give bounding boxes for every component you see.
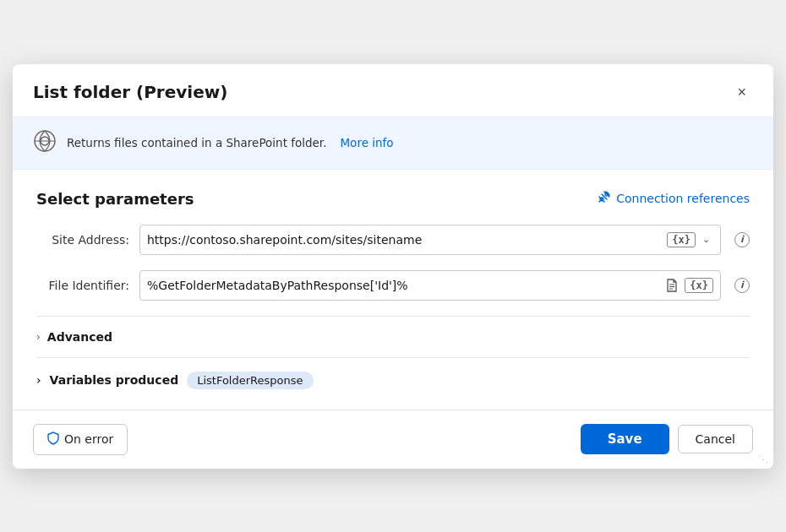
advanced-section[interactable]: › Advanced bbox=[36, 323, 750, 350]
advanced-label: Advanced bbox=[47, 330, 112, 344]
file-identifier-row: File Identifier: {x} i bbox=[36, 270, 750, 301]
chevron-right-icon-advanced: › bbox=[36, 331, 41, 343]
on-error-label: On error bbox=[64, 432, 113, 446]
file-identifier-label: File Identifier: bbox=[36, 279, 129, 292]
footer-left: On error bbox=[33, 424, 128, 455]
shield-icon bbox=[47, 432, 59, 448]
section-title: Select parameters bbox=[36, 190, 194, 208]
var-tag-file: {x} bbox=[685, 278, 713, 293]
chevron-down-button-site[interactable]: ⌄ bbox=[699, 232, 713, 247]
resize-handle[interactable]: ⋱ bbox=[758, 453, 768, 465]
cancel-button[interactable]: Cancel bbox=[678, 425, 753, 453]
info-button-site[interactable]: i bbox=[734, 232, 750, 247]
dialog-body: Select parameters Connection references … bbox=[13, 170, 773, 410]
close-button[interactable]: × bbox=[730, 81, 753, 103]
connection-references-button[interactable]: Connection references bbox=[598, 190, 750, 207]
divider-2 bbox=[36, 357, 750, 358]
on-error-button[interactable]: On error bbox=[33, 424, 128, 455]
variables-produced-label: Variables produced bbox=[50, 373, 179, 387]
dialog-title: List folder (Preview) bbox=[33, 82, 227, 102]
chevron-down-icon: ⌄ bbox=[702, 234, 710, 245]
document-icon-button[interactable] bbox=[663, 277, 681, 294]
list-folder-dialog: List folder (Preview) × Returns files co… bbox=[13, 64, 773, 469]
file-identifier-icons: {x} bbox=[663, 277, 713, 294]
divider-1 bbox=[36, 316, 750, 317]
plug-icon bbox=[598, 190, 611, 207]
dialog-header: List folder (Preview) × bbox=[13, 64, 773, 117]
dialog-footer: On error Save Cancel bbox=[13, 410, 773, 469]
info-banner: Returns files contained in a SharePoint … bbox=[13, 117, 773, 170]
info-button-file[interactable]: i bbox=[734, 278, 750, 293]
site-address-input[interactable] bbox=[147, 233, 667, 247]
file-identifier-input[interactable] bbox=[147, 279, 663, 292]
sharepoint-icon bbox=[33, 129, 57, 157]
variables-produced-section[interactable]: › Variables produced ListFolderResponse bbox=[36, 365, 750, 396]
site-address-label: Site Address: bbox=[36, 233, 129, 247]
chevron-right-icon-vars: › bbox=[36, 373, 41, 387]
section-header: Select parameters Connection references bbox=[36, 190, 750, 208]
site-address-icons: {x} ⌄ bbox=[667, 232, 713, 247]
footer-right: Save Cancel bbox=[581, 424, 753, 454]
file-identifier-input-wrap: {x} bbox=[139, 270, 721, 301]
site-address-input-wrap: {x} ⌄ bbox=[139, 225, 721, 255]
list-folder-response-chip: ListFolderResponse bbox=[187, 372, 313, 389]
info-text: Returns files contained in a SharePoint … bbox=[67, 136, 326, 149]
save-button[interactable]: Save bbox=[581, 424, 669, 454]
var-tag-site: {x} bbox=[667, 232, 696, 247]
site-address-row: Site Address: {x} ⌄ i bbox=[36, 225, 750, 255]
connection-references-label: Connection references bbox=[616, 192, 750, 205]
more-info-link[interactable]: More info bbox=[340, 136, 393, 149]
